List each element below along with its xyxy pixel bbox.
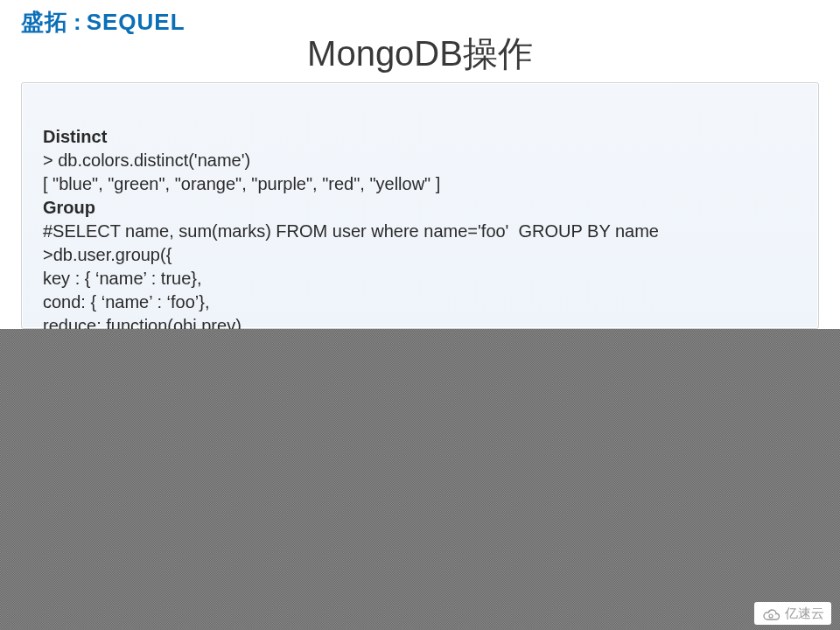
watermark-text: 亿速云 [785, 606, 824, 622]
code-line-1: Distinct [43, 125, 797, 149]
code-line-7: key : { ‘name’ : true}, [43, 267, 797, 290]
code-line-2: > db.colors.distinct('name') [43, 149, 797, 172]
code-content-box: Distinct > db.colors.distinct('name') [ … [21, 82, 819, 329]
watermark-badge: 亿速云 [754, 602, 831, 625]
code-line-3: [ "blue", "green", "orange", "purple", "… [43, 172, 797, 196]
svg-point-0 [769, 614, 773, 618]
slide-title: MongoDB操作 [0, 30, 840, 78]
code-line-4: Group [43, 196, 797, 220]
code-line-5: #SELECT name, sum(marks) FROM user where… [43, 220, 797, 243]
obscured-region [0, 329, 840, 630]
code-line-8: cond: { ‘name’ : ‘foo’}, [43, 290, 797, 314]
cloud-icon [761, 607, 780, 621]
code-line-6: >db.user.group({ [43, 243, 797, 267]
